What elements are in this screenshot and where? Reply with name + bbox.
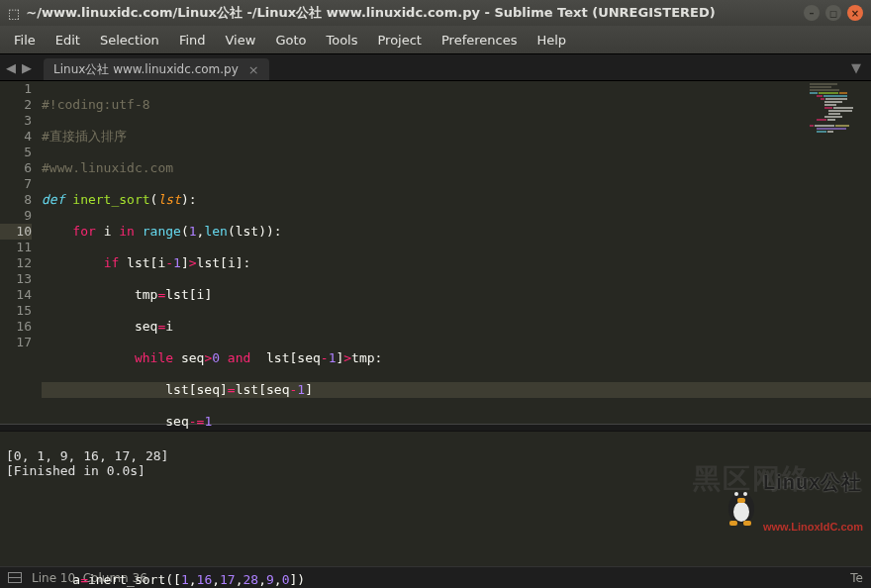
editor[interactable]: 123 456 789 101112 131415 1617 #!coding:… [0, 81, 871, 424]
menu-file[interactable]: File [4, 29, 46, 51]
code-area[interactable]: #!coding:utf-8 #直接插入排序 #www.linuxidc.com… [42, 81, 871, 424]
line-gutter: 123 456 789 101112 131415 1617 [0, 81, 42, 424]
watermark: Linux公社 www.LinoxIdC.com [726, 445, 863, 564]
menu-find[interactable]: Find [169, 29, 216, 51]
menu-goto[interactable]: Goto [265, 29, 316, 51]
watermark-url: www.LinoxIdC.com [763, 520, 863, 535]
close-button[interactable]: × [847, 5, 863, 21]
tab-overflow-icon[interactable]: ▼ [841, 54, 871, 80]
tab-close-icon[interactable]: × [248, 62, 259, 77]
titlebar: ⬚ ~/www.linuxidc.com/Linux公社 -/Linux公社 w… [0, 0, 871, 26]
menu-preferences[interactable]: Preferences [432, 29, 527, 51]
nav-back-icon[interactable]: ◀ [4, 60, 18, 75]
minimize-button[interactable]: – [804, 5, 820, 21]
output-line: [Finished in 0.0s] [6, 463, 145, 478]
minimap[interactable] [810, 83, 869, 143]
menu-selection[interactable]: Selection [90, 29, 169, 51]
window-title: ~/www.linuxidc.com/Linux公社 -/Linux公社 www… [26, 4, 804, 22]
nav-forward-icon[interactable]: ▶ [20, 60, 34, 75]
file-tab[interactable]: Linux公社 www.linuxidc.com.py × [44, 58, 269, 80]
tabstrip: ◀ ▶ Linux公社 www.linuxidc.com.py × ▼ [0, 53, 871, 81]
window-controls: – ◻ × [804, 5, 863, 21]
maximize-button[interactable]: ◻ [825, 5, 841, 21]
menu-tools[interactable]: Tools [316, 29, 367, 51]
build-output-panel[interactable]: [0, 1, 9, 16, 17, 28] [Finished in 0.0s]… [0, 432, 871, 566]
app-icon: ⬚ [8, 6, 20, 21]
menu-edit[interactable]: Edit [46, 29, 90, 51]
menu-project[interactable]: Project [367, 29, 431, 51]
menu-view[interactable]: View [216, 29, 266, 51]
menubar: File Edit Selection Find View Goto Tools… [0, 26, 871, 53]
output-line: [0, 1, 9, 16, 17, 28] [6, 448, 168, 463]
tux-icon [726, 486, 757, 524]
panel-toggle-icon[interactable] [8, 572, 22, 583]
tab-label: Linux公社 www.linuxidc.com.py [53, 61, 239, 78]
watermark-brand: Linux公社 [763, 475, 863, 490]
menu-help[interactable]: Help [527, 29, 576, 51]
